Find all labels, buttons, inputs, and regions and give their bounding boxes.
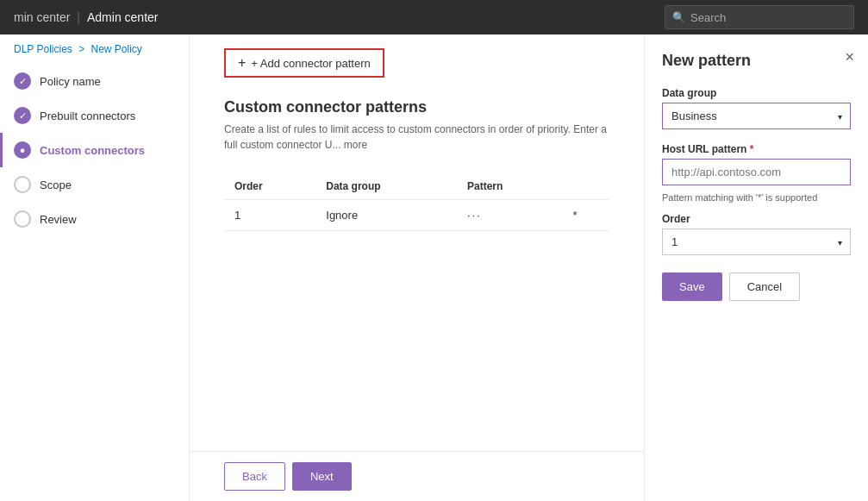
cancel-button[interactable]: Cancel [729,272,800,301]
data-group-select[interactable]: Business Non-Business Blocked Ignore [662,103,851,129]
admin-center-title: Admin center [87,10,158,24]
sidebar: DLP Policies > New Policy Policy name Pr… [0,34,190,501]
content-area: + + Add connector pattern Custom connect… [190,34,644,501]
row-data-group: Ignore [315,200,457,231]
required-indicator: * [746,143,753,155]
order-select-wrapper: 1 2 3 ▾ [662,229,851,255]
panel-action-buttons: Save Cancel [662,272,851,301]
order-select[interactable]: 1 2 3 [662,229,851,255]
host-url-input[interactable] [662,159,851,185]
sidebar-item-policy-name[interactable]: Policy name [0,64,189,98]
row-three-dots[interactable]: ··· [457,200,563,231]
plus-icon: + [238,55,246,71]
check-icon-2 [19,110,27,122]
sidebar-item-review[interactable]: Review [0,202,189,236]
section-title: Custom connector patterns [224,98,609,116]
breadcrumb-dlp-link[interactable]: DLP Policies [14,43,72,55]
nav-label-custom: Custom connectors [40,144,145,157]
host-url-hint: Pattern matching with '*' is supported [662,192,851,203]
save-button[interactable]: Save [662,272,722,301]
row-pattern: * [563,200,610,231]
nav-label-policy-name: Policy name [40,75,101,88]
order-label: Order [662,213,851,225]
new-pattern-panel: New pattern × Data group Business Non-Bu… [644,34,868,501]
nav-circle-custom: ● [14,141,31,159]
panel-title: New pattern [662,52,851,70]
nav-circle-scope [14,176,31,193]
bottom-action-bar: Back Next [190,451,644,501]
row-order: 1 [224,200,315,231]
sidebar-item-custom-connectors[interactable]: ● Custom connectors [0,133,189,167]
app-title: min center [14,10,70,24]
check-icon [19,76,27,87]
nav-label-prebuilt: Prebuilt connectors [40,110,135,122]
search-icon: 🔍 [672,11,685,23]
close-panel-button[interactable]: × [845,48,854,66]
next-button[interactable]: Next [292,462,352,491]
nav-label-review: Review [40,213,77,226]
col-header-actions [563,173,610,200]
sidebar-item-scope[interactable]: Scope [0,167,189,202]
breadcrumb-separator: > [78,43,84,55]
breadcrumb-current: New Policy [91,43,142,55]
search-bar[interactable]: 🔍 Search [665,5,854,29]
section-description: Create a list of rules to limit access t… [224,122,609,153]
back-button[interactable]: Back [224,462,285,491]
top-navigation: min center | Admin center 🔍 Search [0,0,868,34]
data-group-select-wrapper: Business Non-Business Blocked Ignore ▾ [662,103,851,129]
col-header-datagroup: Data group [315,173,457,200]
sidebar-item-prebuilt-connectors[interactable]: Prebuilt connectors [0,98,189,133]
nav-separator: | [77,10,80,24]
breadcrumb: DLP Policies > New Policy [0,34,189,64]
add-button-label: + Add connector pattern [251,57,370,70]
nav-circle-prebuilt [14,107,31,124]
add-connector-pattern-button[interactable]: + + Add connector pattern [224,48,384,78]
nav-label-scope: Scope [40,178,72,191]
connector-table: Order Data group Pattern 1 Ignore ··· * [224,173,609,231]
data-group-label: Data group [662,87,851,99]
search-placeholder: Search [690,11,726,24]
col-header-pattern: Pattern [457,173,563,200]
col-header-order: Order [224,173,315,200]
active-dot: ● [20,145,26,155]
table-row: 1 Ignore ··· * [224,200,609,231]
nav-circle-review [14,210,31,228]
nav-circle-policy-name [14,72,31,90]
host-url-label: Host URL pattern * [662,143,851,155]
